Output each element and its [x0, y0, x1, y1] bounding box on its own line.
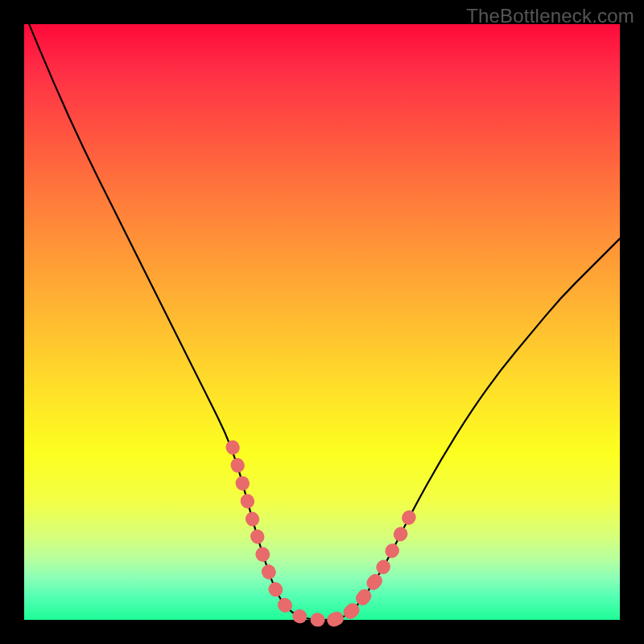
bottleneck-curve-path [24, 12, 620, 620]
bottleneck-highlight-left [233, 447, 292, 613]
chart-plot-area [24, 24, 620, 620]
bottleneck-highlight-bottom [262, 555, 382, 620]
watermark-text: TheBottleneck.com [466, 5, 634, 27]
bottleneck-curve-svg [24, 24, 620, 620]
bottleneck-highlight-right [334, 513, 411, 620]
